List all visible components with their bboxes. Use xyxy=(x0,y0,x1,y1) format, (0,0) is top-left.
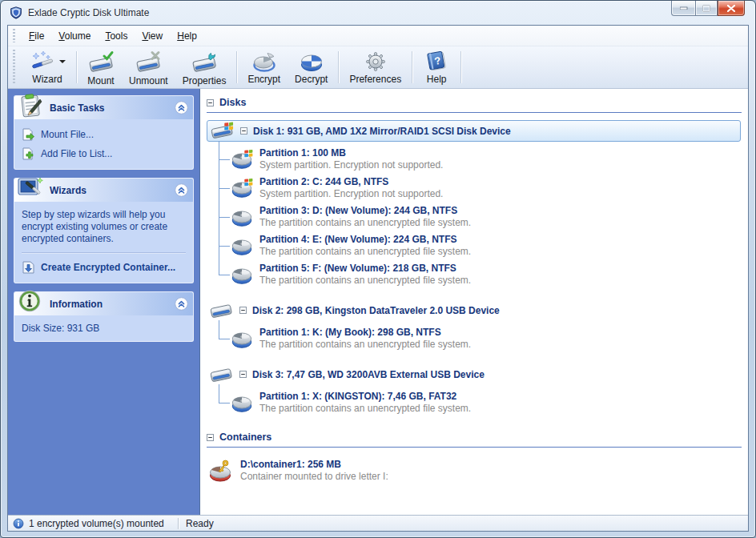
mount-file-link[interactable]: Mount File... xyxy=(22,125,186,144)
mounted-volumes-status: 1 encrypted volume(s) mounted xyxy=(29,518,178,529)
toolbar-separator xyxy=(236,51,237,83)
encrypt-pie-icon xyxy=(251,50,277,73)
toolbar-preferences-button[interactable]: Preferences xyxy=(342,48,408,86)
toolbar-mount-button[interactable]: Mount xyxy=(80,48,122,86)
toolbar-help-button[interactable]: Help xyxy=(416,48,457,86)
partition-row[interactable]: Partition 5: F: (New Volume): 218 GB, NT… xyxy=(219,260,742,289)
wizard-wand-icon xyxy=(29,50,56,73)
disk-size-info: Disk Size: 931 GB xyxy=(22,321,186,335)
disk-row-2[interactable]: Disk 2: 298 GB, Kingston DataTraveler 2.… xyxy=(207,299,742,321)
panel-wizards-body: Step by step wizards will help you encry… xyxy=(14,202,194,283)
clipboard-pencil-icon xyxy=(16,93,45,118)
toolbar-unmount-button[interactable]: Unmount xyxy=(122,48,175,86)
panel-information-body: Disk Size: 931 GB xyxy=(14,315,194,342)
toolbar-wizard-button[interactable]: Wizard xyxy=(22,48,73,86)
window-controls xyxy=(671,1,745,16)
toolbar-separator xyxy=(460,51,461,83)
tree-line xyxy=(219,384,219,403)
panel-wizards-header[interactable]: Wizards xyxy=(14,178,194,202)
maximize-button[interactable] xyxy=(695,1,718,16)
partition-row[interactable]: Partition 1: K: (My Book): 298 GB, NTFS … xyxy=(219,324,742,353)
menu-help[interactable]: Help xyxy=(170,28,204,44)
partition-row[interactable]: Partition 1: 100 MB System partition. En… xyxy=(219,145,742,174)
toolbar-decrypt-button[interactable]: Decrypt xyxy=(288,48,335,86)
panel-wizards: Wizards Step by step wizards will help y… xyxy=(14,178,194,283)
panel-information: Information Disk Size: 931 GB xyxy=(14,291,194,342)
divider xyxy=(22,252,186,253)
wizard-dropdown-arrow-icon[interactable] xyxy=(59,60,66,63)
mount-drive-icon xyxy=(87,50,115,74)
maximize-icon xyxy=(702,5,710,12)
hard-drive-icon xyxy=(208,365,234,384)
partition-row[interactable]: Partition 1: X: (KINGSTON): 7,46 GB, FAT… xyxy=(219,388,742,417)
decrypt-pie-icon xyxy=(299,50,324,73)
disk-row-1[interactable]: Disk 1: 931 GB, AMD 1X2 Mirror/RAID1 SCS… xyxy=(207,120,741,142)
menu-tools[interactable]: Tools xyxy=(98,28,135,44)
partition-disk-icon xyxy=(230,207,254,228)
disk-2-partitions: Partition 1: K: (My Book): 298 GB, NTFS … xyxy=(219,324,742,353)
toolbar-separator xyxy=(338,51,339,83)
container-row[interactable]: D:\container1: 256 MB Container mounted … xyxy=(208,459,742,483)
add-file-icon xyxy=(22,147,35,160)
disk-1-partitions: Partition 1: 100 MB System partition. En… xyxy=(219,145,742,289)
close-button[interactable] xyxy=(718,1,745,16)
help-book-icon xyxy=(424,50,449,73)
add-file-to-list-link[interactable]: Add File to List... xyxy=(22,144,186,163)
menubar: File Volume Tools View Help xyxy=(8,26,748,46)
mount-file-icon xyxy=(22,128,35,141)
toolbar-encrypt-button[interactable]: Encrypt xyxy=(240,48,288,86)
create-encrypted-container-link[interactable]: Create Encrypted Container... xyxy=(22,258,186,277)
toolbar-separator xyxy=(76,51,77,83)
collapse-box-icon[interactable] xyxy=(207,434,214,441)
disk-3-partitions: Partition 1: X: (KINGSTON): 7,46 GB, FAT… xyxy=(219,388,742,417)
unmount-drive-icon xyxy=(135,50,162,74)
statusbar: 1 encrypted volume(s) mounted Ready xyxy=(8,515,748,531)
menu-volume[interactable]: Volume xyxy=(51,28,98,44)
collapse-chevron-button[interactable] xyxy=(175,101,188,114)
disk-list-panel: Disks Disk 1: 931 GB, AMD 1X2 Mirror/RAI… xyxy=(200,89,748,515)
partition-disk-icon xyxy=(230,328,254,350)
collapse-chevron-button[interactable] xyxy=(175,183,188,197)
collapse-box-icon[interactable] xyxy=(239,371,247,378)
tree-line xyxy=(219,320,219,339)
tree-line xyxy=(219,141,219,275)
close-icon xyxy=(727,5,735,12)
collapse-box-icon[interactable] xyxy=(240,127,247,134)
hard-drive-icon xyxy=(208,301,234,320)
app-window: Exlade Cryptic Disk Ultimate File Volume… xyxy=(0,0,756,538)
minimize-button[interactable] xyxy=(671,1,695,16)
section-header-disks: Disks xyxy=(207,96,742,113)
monitor-wand-icon xyxy=(16,175,45,201)
wizards-description: Step by step wizards will help you encry… xyxy=(22,207,186,250)
partition-disk-windows-icon xyxy=(230,178,254,199)
partition-row[interactable]: Partition 2: C: 244 GB, NTFS System part… xyxy=(219,174,742,203)
titlebar[interactable]: Exlade Cryptic Disk Ultimate xyxy=(1,1,755,25)
minimize-icon xyxy=(680,6,688,10)
menubar-grip[interactable] xyxy=(13,29,15,43)
partition-disk-icon xyxy=(230,392,254,414)
window-title: Exlade Cryptic Disk Ultimate xyxy=(28,7,149,18)
partition-row[interactable]: Partition 3: D: (New Volume): 244 GB, NT… xyxy=(219,203,742,231)
toolbar-properties-button[interactable]: Properties xyxy=(175,48,234,86)
collapse-box-icon[interactable] xyxy=(239,307,247,314)
status-info-icon xyxy=(13,518,24,529)
toolbar: Wizard Mount Unmount Properties Encrypt xyxy=(8,46,748,89)
info-circle-icon xyxy=(16,289,45,315)
partition-disk-windows-icon xyxy=(230,149,254,171)
panel-information-header[interactable]: Information xyxy=(14,291,194,315)
properties-drive-icon xyxy=(191,50,218,74)
client-area: File Volume Tools View Help Wizard Mount xyxy=(7,25,749,532)
partition-disk-icon xyxy=(230,235,254,257)
menu-file[interactable]: File xyxy=(22,28,51,44)
create-container-icon xyxy=(22,261,35,274)
collapse-box-icon[interactable] xyxy=(207,99,214,106)
section-header-containers: Containers xyxy=(207,431,742,448)
partition-disk-icon xyxy=(230,264,254,286)
partition-row[interactable]: Partition 4: E: (New Volume): 224 GB, NT… xyxy=(219,231,742,260)
menu-view[interactable]: View xyxy=(135,28,170,44)
ready-status: Ready xyxy=(186,518,214,529)
disk-row-3[interactable]: Disk 3: 7,47 GB, WD 3200AVB External USB… xyxy=(207,363,742,385)
toolbar-grip[interactable] xyxy=(13,50,15,85)
collapse-chevron-button[interactable] xyxy=(175,297,188,311)
panel-basic-tasks-header[interactable]: Basic Tasks xyxy=(14,95,194,119)
